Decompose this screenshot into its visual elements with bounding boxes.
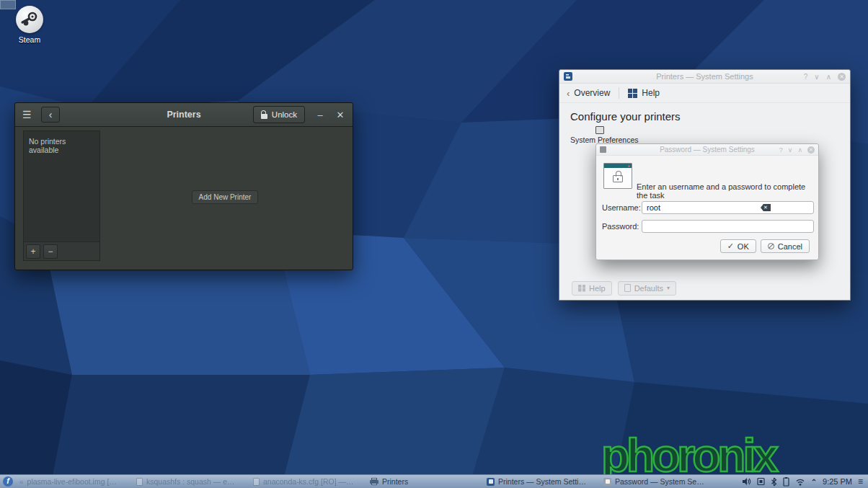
- fedora-launcher-icon[interactable]: f: [3, 476, 13, 487]
- task-button-printers-system-settings[interactable]: Printers — System Settings: [483, 476, 593, 488]
- overview-label: Overview: [574, 88, 610, 98]
- close-icon[interactable]: ✕: [335, 110, 345, 120]
- help-label: Help: [642, 88, 660, 98]
- taskbar: f « plasma-live-efiboot.img [RO] (tmp) –…: [0, 474, 868, 488]
- close-window-icon[interactable]: ✕: [807, 146, 815, 154]
- clipboard-icon[interactable]: [783, 477, 789, 487]
- cancel-button[interactable]: Cancel: [761, 239, 810, 253]
- panel-menu-icon[interactable]: ≡: [858, 476, 863, 487]
- document-icon: [253, 478, 260, 486]
- chevron-left-icon: ‹: [567, 88, 570, 99]
- document-icon: «: [19, 478, 24, 486]
- defaults-button[interactable]: Defaults ▾: [618, 281, 676, 296]
- expand-tray-icon[interactable]: ⌃: [811, 478, 817, 486]
- help-icon: [578, 285, 585, 292]
- task-button[interactable]: ksquashfs : squash — editing: [133, 476, 242, 488]
- ok-button[interactable]: ✓ OK: [720, 239, 756, 253]
- password-label: Password:: [602, 222, 642, 231]
- username-label: Username:: [602, 203, 642, 212]
- footer-help-label: Help: [589, 284, 606, 293]
- gnome-printers-window: ☰ ‹ Printers Unlock – ✕ No printers avai…: [14, 102, 353, 270]
- list-toolbar: + −: [24, 241, 99, 260]
- desktop: Steam ☰ ‹ Printers Unlock – ✕ No printer…: [0, 0, 868, 488]
- bluetooth-icon[interactable]: [771, 477, 777, 487]
- maximize-window-icon[interactable]: ∧: [797, 146, 802, 154]
- steam-desktop-icon[interactable]: Steam: [10, 6, 49, 44]
- footer-help-button[interactable]: Help: [572, 281, 612, 296]
- minimize-icon[interactable]: –: [315, 110, 325, 120]
- system-preferences-icon: [595, 126, 604, 134]
- kde-footer: Help Defaults ▾: [559, 276, 850, 300]
- dialog-titlebar[interactable]: Password — System Settings ? ∨ ∧ ✕: [596, 144, 818, 156]
- username-field[interactable]: [642, 201, 814, 214]
- cancel-label: Cancel: [778, 242, 802, 251]
- steam-icon: [16, 6, 43, 33]
- kde-titlebar[interactable]: Printers — System Settings ? ∨ ∧ ✕: [559, 70, 850, 84]
- close-window-icon[interactable]: ✕: [838, 73, 846, 81]
- lock-icon: [613, 175, 623, 182]
- password-dialog: Password — System Settings ? ∨ ∧ ✕ Enter…: [595, 143, 819, 260]
- chevron-down-icon: ▾: [667, 285, 670, 291]
- minimize-window-icon[interactable]: ∨: [788, 146, 793, 154]
- gnome-headerbar: ☰ ‹ Printers Unlock – ✕: [15, 103, 353, 127]
- password-dialog-icon: [603, 478, 611, 486]
- remove-printer-minus-button[interactable]: −: [43, 244, 58, 259]
- system-preferences-item[interactable]: System Preferences: [570, 126, 629, 144]
- task-button[interactable]: « plasma-live-efiboot.img [RO] (tmp) – K…: [16, 476, 125, 488]
- password-field[interactable]: [642, 220, 814, 233]
- ok-label: OK: [738, 242, 749, 251]
- defaults-icon: [624, 284, 631, 292]
- defaults-label: Defaults: [634, 284, 663, 293]
- clock[interactable]: 9:25 PM: [823, 477, 852, 486]
- cancel-icon: [768, 243, 774, 249]
- wifi-icon[interactable]: [795, 478, 805, 486]
- task-button-password-system-settings[interactable]: Password — System Settings: [600, 476, 709, 488]
- printers-list-panel: No printers available + −: [23, 130, 100, 261]
- volume-icon[interactable]: [742, 477, 751, 486]
- authentication-icon: [603, 163, 632, 189]
- steam-icon-label: Steam: [10, 35, 49, 44]
- page-title: Configure your printers: [559, 103, 850, 127]
- kde-toolbar: ‹ Overview Help: [559, 84, 850, 103]
- maximize-window-icon[interactable]: ∧: [826, 73, 831, 81]
- minimize-window-icon[interactable]: ∨: [814, 73, 819, 81]
- unlock-label: Unlock: [272, 110, 297, 119]
- lock-icon: [261, 114, 267, 119]
- overview-button[interactable]: ‹ Overview: [567, 88, 610, 99]
- help-icon: [628, 89, 637, 98]
- task-button-printers[interactable]: Printers: [366, 476, 476, 488]
- printer-icon: [370, 478, 378, 485]
- help-window-icon[interactable]: ?: [804, 73, 808, 81]
- device-notifier-icon[interactable]: [757, 477, 765, 486]
- check-icon: ✓: [727, 241, 734, 251]
- document-icon: [136, 478, 143, 486]
- help-button[interactable]: Help: [628, 88, 660, 98]
- unlock-button[interactable]: Unlock: [253, 106, 305, 123]
- system-settings-icon: [487, 478, 495, 486]
- help-window-icon[interactable]: ?: [779, 146, 783, 154]
- add-printer-plus-button[interactable]: +: [26, 244, 40, 259]
- add-new-printer-button[interactable]: Add New Printer: [192, 190, 258, 204]
- toolbar-separator: [619, 87, 619, 99]
- system-tray: ⌃ 9:25 PM ≡: [742, 476, 866, 487]
- task-button[interactable]: anaconda-ks.cfg [RO] — KWrite: [249, 476, 359, 488]
- no-printers-message: No printers available: [24, 131, 99, 160]
- dialog-message: Enter an username and a password to comp…: [637, 182, 815, 200]
